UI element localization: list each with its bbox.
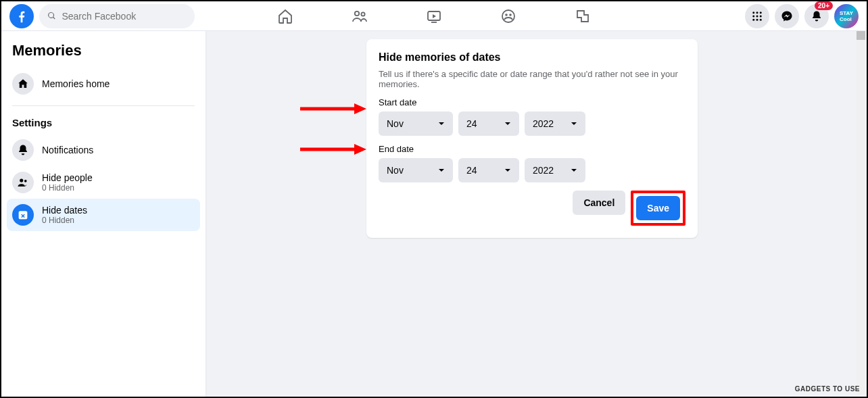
calendar-x-icon [12, 204, 34, 226]
top-header: 20+ STAYCool [1, 1, 867, 31]
end-date-label: End date [379, 144, 685, 154]
svg-point-10 [752, 15, 754, 17]
annotation-arrow [300, 139, 368, 162]
search-input[interactable] [62, 11, 187, 22]
nav-watch[interactable] [420, 3, 448, 30]
scrollbar-thumb[interactable] [857, 31, 865, 40]
watermark: GADGETS TO USE [795, 385, 860, 393]
end-day-select[interactable]: 24 [458, 158, 519, 182]
facebook-f-icon [14, 9, 29, 24]
center-nav [272, 3, 596, 30]
end-month-select[interactable]: Nov [379, 158, 453, 182]
scrollbar-track[interactable] [857, 31, 865, 395]
svg-point-1 [361, 12, 364, 16]
sidebar: Memories Memories home Settings Notifica… [1, 31, 206, 397]
nav-groups[interactable] [495, 3, 522, 30]
right-nav: 20+ STAYCool [745, 4, 859, 28]
chevron-down-icon [504, 120, 511, 127]
annotation-arrow [300, 99, 368, 122]
sidebar-item-hide-people[interactable]: Hide people 0 Hidden [7, 166, 200, 199]
watch-icon [426, 8, 442, 24]
chevron-down-icon [571, 167, 577, 174]
svg-point-15 [760, 18, 762, 20]
nav-friends[interactable] [346, 3, 373, 30]
svg-rect-18 [19, 212, 27, 219]
sidebar-item-label: Hide people [42, 172, 93, 183]
start-day-select[interactable]: 24 [458, 111, 519, 136]
sidebar-item-notifications[interactable]: Notifications [7, 134, 200, 166]
messenger-button[interactable] [775, 4, 799, 28]
svg-point-9 [760, 11, 762, 14]
sidebar-item-hide-dates[interactable]: Hide dates 0 Hidden [7, 199, 200, 231]
start-date-selects: Nov 24 2022 [379, 111, 685, 136]
chevron-down-icon [571, 120, 577, 127]
svg-point-5 [505, 14, 508, 16]
chevron-down-icon [438, 120, 445, 127]
svg-point-13 [752, 18, 754, 20]
card-title: Hide memories of dates [379, 51, 685, 64]
card-actions: Cancel Save [379, 191, 685, 226]
sidebar-item-label: Hide dates [42, 205, 87, 216]
search-box[interactable] [39, 4, 195, 28]
house-icon [12, 73, 34, 95]
notifications-button[interactable]: 20+ [804, 4, 829, 28]
svg-point-11 [756, 15, 758, 17]
groups-icon [500, 8, 516, 24]
hide-dates-card: Hide memories of dates Tell us if there'… [366, 39, 698, 238]
gaming-icon [575, 8, 591, 24]
svg-point-0 [355, 11, 359, 15]
bell-icon [811, 10, 823, 22]
grid-icon [751, 10, 763, 22]
svg-point-12 [760, 15, 762, 17]
save-highlight-annotation: Save [631, 191, 685, 226]
bell-icon [12, 139, 34, 161]
sidebar-item-sub: 0 Hidden [42, 183, 93, 193]
settings-heading: Settings [7, 111, 200, 134]
menu-button[interactable] [745, 4, 769, 28]
main-area: Hide memories of dates Tell us if there'… [206, 31, 867, 397]
people-icon [12, 172, 34, 193]
svg-point-8 [756, 11, 758, 14]
facebook-logo[interactable] [9, 4, 34, 28]
svg-marker-19 [354, 103, 366, 114]
start-date-label: Start date [379, 97, 685, 107]
divider [12, 105, 195, 106]
search-icon [47, 11, 56, 21]
sidebar-item-label: Memories home [42, 78, 110, 89]
start-month-select[interactable]: Nov [379, 111, 453, 136]
cancel-button[interactable]: Cancel [573, 191, 625, 215]
card-description: Tell us if there's a specific date or da… [379, 69, 685, 89]
svg-point-4 [502, 10, 514, 22]
svg-marker-20 [354, 144, 366, 155]
sidebar-item-sub: 0 Hidden [42, 216, 87, 225]
sidebar-item-memories-home[interactable]: Memories home [7, 68, 200, 100]
friends-icon [352, 8, 368, 24]
start-year-select[interactable]: 2022 [525, 111, 585, 136]
svg-point-17 [24, 180, 27, 182]
svg-point-16 [20, 178, 23, 182]
messenger-icon [781, 10, 793, 22]
save-button[interactable]: Save [636, 196, 680, 220]
end-year-select[interactable]: 2022 [525, 158, 585, 182]
nav-home[interactable] [272, 3, 299, 30]
chevron-down-icon [504, 167, 511, 174]
notification-badge: 20+ [815, 1, 833, 10]
nav-gaming[interactable] [569, 3, 596, 30]
sidebar-item-label: Notifications [42, 145, 93, 155]
avatar[interactable]: STAYCool [834, 4, 859, 28]
end-date-selects: Nov 24 2022 [379, 158, 685, 182]
svg-point-6 [509, 14, 512, 16]
layout: Memories Memories home Settings Notifica… [1, 31, 867, 397]
svg-point-14 [756, 18, 758, 20]
svg-point-7 [752, 11, 754, 14]
chevron-down-icon [438, 167, 445, 174]
home-icon [277, 8, 293, 24]
page-title: Memories [7, 42, 200, 68]
